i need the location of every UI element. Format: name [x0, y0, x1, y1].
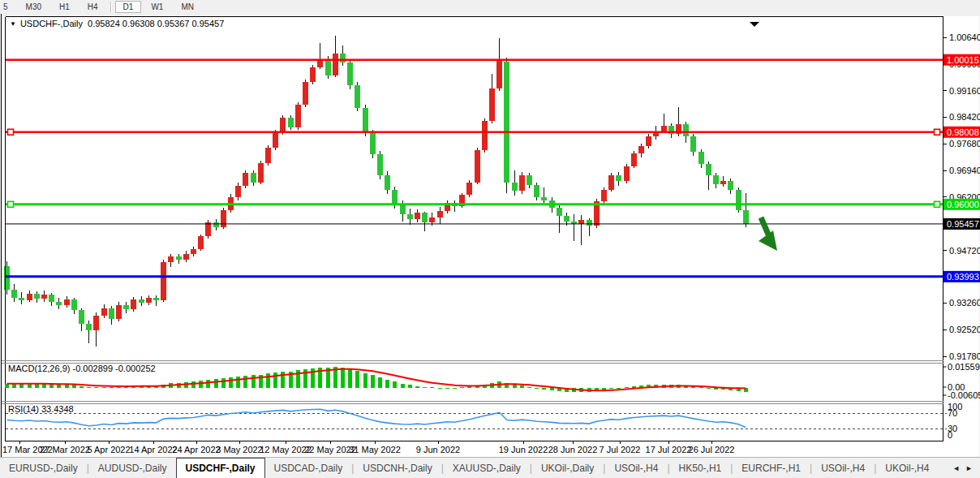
tab-usoil-h4[interactable]: USOil-,H4: [605, 458, 667, 478]
candle-body: [624, 166, 630, 182]
timeframe-button-5[interactable]: 5: [0, 1, 16, 13]
date-label: 24 Apr 2022: [172, 445, 220, 454]
candle-body: [527, 175, 532, 185]
price-tick-label: 0.91780: [949, 351, 980, 361]
macd-histogram-bar: [453, 388, 457, 389]
price-badge-label: 0.96000: [947, 200, 979, 209]
line-handle[interactable]: [935, 201, 940, 207]
timeframe-button-d1[interactable]: D1: [115, 1, 142, 13]
candle-body: [475, 150, 480, 183]
candle-body: [168, 256, 174, 263]
timeframe-button-m30[interactable]: M30: [18, 1, 49, 13]
tab-eurchf-h1[interactable]: EURCHF-,H1: [733, 458, 810, 478]
symbol-dropdown-icon[interactable]: ▼: [10, 20, 16, 28]
timeframe-button-mn[interactable]: MN: [173, 1, 202, 13]
timeframe-toolbar: 5M30H1H4D1W1MN: [0, 0, 980, 14]
candle-body: [139, 299, 144, 303]
macd-histogram-bar: [527, 387, 531, 388]
candle-body: [698, 152, 704, 164]
candle-body: [213, 222, 219, 226]
candle-body: [415, 213, 420, 219]
macd-histogram-bar: [535, 388, 539, 389]
toolbar-separator: [110, 2, 111, 12]
candle-body: [690, 136, 696, 152]
tab-hk50-h1[interactable]: HK50-,H1: [670, 458, 731, 478]
candle-body: [191, 249, 196, 254]
candle-body: [116, 305, 122, 320]
candle-body: [303, 82, 308, 105]
candle-body: [340, 54, 346, 63]
macd-histogram-bar: [401, 384, 405, 388]
macd-histogram-bar: [221, 378, 226, 388]
price-badge-label: 0.93993: [947, 272, 979, 282]
timeframe-button-w1[interactable]: W1: [143, 1, 171, 13]
chart-background: [2, 16, 979, 457]
candle-body: [288, 118, 294, 127]
chart-symbol-label: USDCHF-,Daily: [20, 19, 83, 28]
tab-usdchf-daily[interactable]: USDCHF-,Daily: [176, 458, 265, 478]
tab-ukoil-h4[interactable]: UKOil-,H4: [876, 458, 938, 478]
chart-ohlc-values: 0.95824 0.96308 0.95367 0.95457: [88, 19, 224, 28]
tab-scroll-right-icon[interactable]: ►: [965, 464, 973, 472]
macd-histogram-bar: [385, 380, 389, 388]
candle-body: [310, 67, 316, 83]
candle-body: [355, 85, 360, 108]
price-badge-label: 1.00015: [947, 55, 979, 65]
macd-histogram-bar: [355, 371, 359, 388]
timeframe-button-h1[interactable]: H1: [51, 1, 78, 13]
candle-body: [273, 133, 278, 149]
macd-histogram-bar: [423, 387, 427, 388]
tab-usdcnh-daily[interactable]: USDCNH-,Daily: [354, 458, 441, 478]
macd-histogram-bar: [94, 387, 98, 388]
macd-histogram-bar: [102, 387, 106, 388]
candle-body: [93, 316, 99, 330]
candle-body: [183, 254, 189, 260]
date-label: 26 Jul 2022: [689, 445, 735, 454]
chart-title[interactable]: ▼USDCHF-,Daily 0.95824 0.96308 0.95367 0…: [10, 19, 224, 28]
macd-histogram-bar: [460, 387, 464, 388]
line-handle[interactable]: [8, 201, 14, 207]
date-label: 28 Jun 2022: [548, 445, 598, 454]
timeframe-button-h4[interactable]: H4: [80, 1, 106, 13]
tab-usdcad-daily[interactable]: USDCAD-,Daily: [265, 458, 352, 478]
tab-scroll-left-icon[interactable]: ◄: [952, 464, 960, 472]
candle-body: [27, 294, 32, 300]
macd-histogram-bar: [707, 388, 711, 389]
candle-body: [519, 175, 525, 191]
macd-histogram-bar: [363, 373, 368, 388]
line-handle[interactable]: [8, 129, 14, 135]
tab-audusd-daily[interactable]: AUDUSD-,Daily: [89, 458, 176, 478]
candle-body: [587, 220, 592, 226]
price-tick-label: 1.00640: [949, 32, 980, 42]
tab-eurusd-daily[interactable]: EURUSD-,Daily: [0, 458, 87, 478]
mt4-terminal: { "toolbar": { "timeframes": ["5", "M30"…: [0, 0, 980, 478]
tab-xauusd-daily[interactable]: XAUUSD-,Daily: [444, 458, 530, 478]
candle-body: [466, 183, 472, 196]
candle-body: [280, 118, 286, 133]
macd-histogram-bar: [199, 381, 203, 388]
macd-histogram-bar: [542, 388, 546, 390]
macd-histogram-bar: [206, 380, 210, 388]
macd-histogram-bar: [80, 386, 84, 388]
macd-histogram-bar: [550, 388, 554, 390]
chart-canvas[interactable]: 1.006400.999000.991600.984200.976800.969…: [0, 14, 980, 457]
candle-body: [377, 154, 383, 175]
candle-body: [71, 299, 77, 310]
date-label: 17 Jul 2022: [646, 445, 692, 454]
line-handle[interactable]: [935, 129, 940, 135]
price-badge-label: 0.95457: [947, 219, 979, 229]
candle-body: [713, 175, 719, 184]
candle-body: [221, 210, 226, 227]
macd-histogram-bar: [393, 381, 397, 388]
candle-body: [646, 136, 651, 146]
candle-body: [512, 183, 518, 191]
date-label: 7 Jul 2022: [600, 445, 641, 454]
candle-body: [198, 236, 204, 249]
macd-histogram-bar: [430, 387, 434, 388]
candle-body: [19, 298, 24, 300]
macd-histogram-bar: [87, 387, 91, 388]
macd-histogram-bar: [57, 385, 61, 388]
candle-body: [407, 214, 413, 219]
tab-usoil-h4[interactable]: USOil-,H4: [812, 458, 874, 478]
tab-ukoil-daily[interactable]: UKOil-,Daily: [532, 458, 603, 478]
